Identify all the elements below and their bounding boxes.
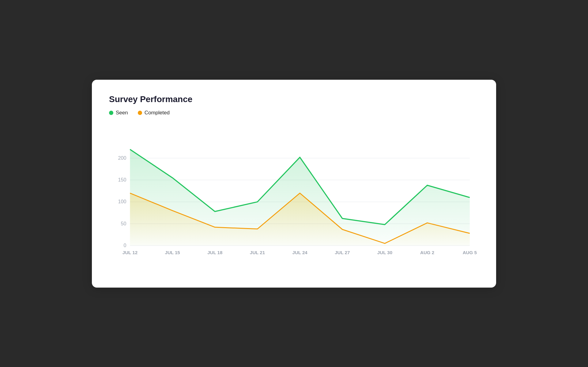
svg-text:AUG 2: AUG 2 xyxy=(420,250,434,255)
svg-text:JUL 24: JUL 24 xyxy=(292,250,308,255)
svg-text:AUG 5: AUG 5 xyxy=(463,250,477,255)
legend-seen: Seen xyxy=(109,110,128,116)
completed-dot xyxy=(138,111,142,115)
svg-text:0: 0 xyxy=(123,243,126,248)
svg-text:JUL 15: JUL 15 xyxy=(165,250,180,255)
legend-completed: Completed xyxy=(138,110,170,116)
svg-text:JUL 21: JUL 21 xyxy=(250,250,265,255)
svg-text:JUL 18: JUL 18 xyxy=(207,250,222,255)
svg-text:JUL 27: JUL 27 xyxy=(335,250,350,255)
svg-text:JUL 12: JUL 12 xyxy=(123,250,138,255)
seen-label: Seen xyxy=(116,110,128,116)
svg-text:JUL 30: JUL 30 xyxy=(377,250,392,255)
svg-text:150: 150 xyxy=(118,177,126,182)
svg-text:100: 100 xyxy=(118,199,126,204)
svg-text:50: 50 xyxy=(121,220,126,226)
chart-area: 050100150200JUL 12JUL 15JUL 18JUL 21JUL … xyxy=(109,126,479,273)
survey-performance-card: Survey Performance Seen Completed 050100… xyxy=(92,80,496,288)
chart-svg: 050100150200JUL 12JUL 15JUL 18JUL 21JUL … xyxy=(109,126,479,273)
seen-dot xyxy=(109,111,113,115)
svg-text:200: 200 xyxy=(118,155,126,160)
chart-title: Survey Performance xyxy=(109,94,479,104)
legend: Seen Completed xyxy=(109,110,479,116)
completed-label: Completed xyxy=(145,110,170,116)
